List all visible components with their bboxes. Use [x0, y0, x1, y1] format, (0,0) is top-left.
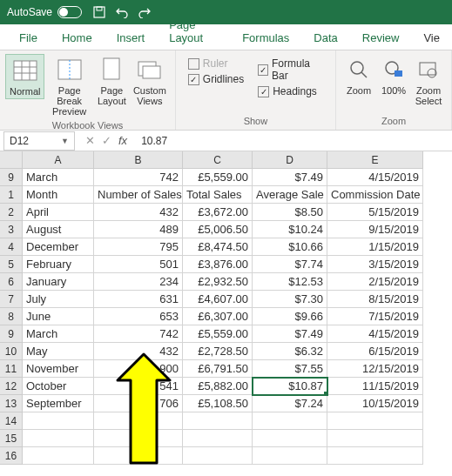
cell[interactable]: 541	[94, 378, 183, 395]
cell[interactable]: 501	[94, 256, 183, 273]
cell[interactable]: £5,108.50	[183, 395, 253, 412]
cell[interactable]	[23, 447, 94, 465]
row-header[interactable]: 4	[0, 238, 23, 256]
cell[interactable]: $7.49	[253, 325, 327, 343]
cell[interactable]: £5,559.00	[183, 325, 253, 343]
cancel-icon[interactable]: ✕	[85, 134, 95, 147]
row-header[interactable]: 15	[0, 430, 23, 447]
cell[interactable]: 4/15/2019	[327, 169, 423, 186]
normal-view-button[interactable]: Normal	[5, 54, 44, 99]
cell[interactable]	[23, 430, 94, 447]
cell[interactable]: $10.24	[253, 221, 327, 238]
cell[interactable]: 432	[94, 204, 183, 221]
row-header[interactable]: 10	[0, 343, 23, 360]
cell[interactable]: Commission Date	[327, 186, 423, 204]
cell[interactable]: £5,559.00	[183, 169, 253, 186]
cell[interactable]: 9/15/2019	[327, 221, 423, 238]
cell[interactable]: 1/15/2019	[327, 238, 423, 256]
cell[interactable]: $8.50	[253, 204, 327, 221]
col-header[interactable]: A	[23, 151, 94, 169]
row-header[interactable]: 1	[0, 186, 23, 204]
cell[interactable]: 2/15/2019	[327, 273, 423, 291]
tab-view[interactable]: Vie	[411, 26, 452, 50]
worksheet[interactable]: A B C D E 9March742£5,559.00$7.494/15/20…	[0, 151, 452, 465]
cell[interactable]: $7.30	[253, 291, 327, 308]
gridlines-checkbox[interactable]: ✓Gridlines	[188, 73, 244, 85]
cell[interactable]: $12.53	[253, 273, 327, 291]
cell[interactable]: 4/15/2019	[327, 325, 423, 343]
zoom-100-button[interactable]: 100%	[376, 54, 411, 97]
fx-icon[interactable]: fx	[118, 134, 127, 147]
row-header[interactable]: 14	[0, 412, 23, 430]
page-break-preview-button[interactable]: Page Break Preview	[44, 54, 93, 118]
cell[interactable]: $9.66	[253, 308, 327, 325]
row-header[interactable]: 2	[0, 204, 23, 221]
cell[interactable]: 653	[94, 308, 183, 325]
cell[interactable]: £4,607.00	[183, 291, 253, 308]
cell[interactable]: £5,882.00	[183, 378, 253, 395]
tab-file[interactable]: File	[7, 26, 50, 50]
select-all-corner[interactable]	[0, 151, 23, 169]
page-layout-button[interactable]: Page Layout	[94, 54, 130, 108]
custom-views-button[interactable]: Custom Views	[130, 54, 170, 108]
row-header[interactable]: 9	[0, 169, 23, 186]
col-header[interactable]: B	[94, 151, 183, 169]
cell[interactable]	[183, 430, 253, 447]
cell[interactable]: 5/15/2019	[327, 204, 423, 221]
row-header[interactable]: 5	[0, 256, 23, 273]
cell[interactable]	[183, 447, 253, 465]
col-header[interactable]: C	[183, 151, 253, 169]
cell[interactable]	[253, 447, 327, 465]
cell[interactable]: 631	[94, 291, 183, 308]
cell[interactable]	[183, 412, 253, 430]
cell[interactable]: April	[23, 204, 94, 221]
cell[interactable]: Average Sale	[253, 186, 327, 204]
col-header[interactable]: D	[253, 151, 327, 169]
row-header[interactable]: 16	[0, 447, 23, 465]
cell[interactable]: November	[23, 360, 94, 378]
cell[interactable]: Number of Sales	[94, 186, 183, 204]
cell[interactable]: August	[23, 221, 94, 238]
cell[interactable]: $10.87	[253, 378, 327, 395]
cell[interactable]: October	[23, 378, 94, 395]
row-header[interactable]: 13	[0, 395, 23, 412]
cell[interactable]: 6/15/2019	[327, 343, 423, 360]
undo-icon[interactable]	[115, 5, 129, 19]
cell[interactable]: $6.32	[253, 343, 327, 360]
cell[interactable]: 7/15/2019	[327, 308, 423, 325]
tab-insert[interactable]: Insert	[105, 26, 158, 50]
tab-review[interactable]: Review	[350, 26, 412, 50]
cell[interactable]	[94, 430, 183, 447]
cell[interactable]: $10.66	[253, 238, 327, 256]
cell[interactable]: September	[23, 395, 94, 412]
cell[interactable]: 10/15/2019	[327, 395, 423, 412]
cell[interactable]: 489	[94, 221, 183, 238]
cell[interactable]: £6,791.50	[183, 360, 253, 378]
cell[interactable]	[327, 412, 423, 430]
row-header[interactable]: 11	[0, 360, 23, 378]
cell[interactable]: 742	[94, 325, 183, 343]
cell[interactable]: 234	[94, 273, 183, 291]
cell[interactable]: £3,672.00	[183, 204, 253, 221]
cell[interactable]: £2,932.50	[183, 273, 253, 291]
row-header[interactable]: 7	[0, 291, 23, 308]
cell[interactable]: March	[23, 169, 94, 186]
cell[interactable]: 12/15/2019	[327, 360, 423, 378]
cell[interactable]: December	[23, 238, 94, 256]
cell[interactable]: $7.49	[253, 169, 327, 186]
cell[interactable]: 432	[94, 343, 183, 360]
cell[interactable]	[23, 412, 94, 430]
cell[interactable]: March	[23, 325, 94, 343]
row-header[interactable]: 12	[0, 378, 23, 395]
row-header[interactable]: 9	[0, 325, 23, 343]
headings-checkbox[interactable]: ✓Headings	[258, 85, 323, 97]
cell[interactable]: 742	[94, 169, 183, 186]
cell[interactable]: 8/15/2019	[327, 291, 423, 308]
ruler-checkbox[interactable]: Ruler	[188, 57, 244, 70]
zoom-button[interactable]: Zoom	[341, 54, 376, 97]
tab-home[interactable]: Home	[50, 26, 105, 50]
autosave-toggle[interactable]: AutoSave	[7, 6, 82, 18]
formula-bar-checkbox[interactable]: ✓Formula Bar	[258, 57, 323, 82]
cell[interactable]: 706	[94, 395, 183, 412]
cell[interactable]: $7.24	[253, 395, 327, 412]
